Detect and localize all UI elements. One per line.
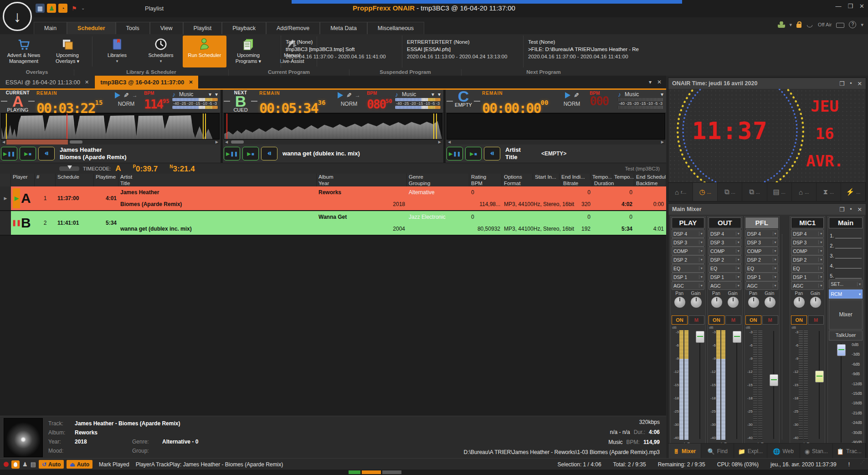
deck-b-channel-select[interactable]: ♪ Music ▾ ▾ — [395, 91, 441, 98]
keyboard-icon[interactable] — [836, 23, 844, 28]
ribbon-tab-addremove[interactable]: Add/Remove — [266, 22, 320, 34]
channel-play-button[interactable]: PLAY — [672, 217, 704, 228]
column-header[interactable]: Options — [502, 174, 533, 180]
column-header[interactable]: Grouping — [407, 180, 469, 186]
scroll-left-icon[interactable]: ◀ — [224, 140, 229, 144]
deck-c-channel-select[interactable]: ♪ Music ▾ — [618, 91, 663, 98]
column-header[interactable]: Player — [11, 174, 35, 180]
ribbon-tab-view[interactable]: View — [150, 22, 183, 34]
deck-b-scrollbar[interactable]: ◀ ▶ — [224, 139, 442, 145]
gain-knob[interactable] — [765, 297, 776, 308]
app-logo-icon[interactable]: ↓ — [3, 2, 32, 31]
dsp-button[interactable]: DSP 3 — [672, 238, 704, 247]
alert-indicator[interactable]: ! — [848, 461, 850, 468]
deck-c-waveform[interactable] — [447, 113, 665, 139]
mark-played-label[interactable]: Mark Played — [99, 461, 129, 468]
main-slot[interactable]: 2. — [829, 239, 863, 248]
chevron-down-icon[interactable]: ▾ — [438, 91, 441, 98]
column-header[interactable]: Bitrate — [561, 180, 592, 186]
pan-knob[interactable] — [674, 297, 685, 308]
main-slot[interactable]: 3. — [829, 249, 863, 258]
advert-news-management-button[interactable]: Advert & News Management — [2, 36, 46, 67]
ribbon-tab-scheduler[interactable]: Scheduler — [67, 22, 115, 34]
dsp-button[interactable]: DSP 1 — [709, 273, 741, 281]
chevron-down-icon[interactable]: ▾ — [215, 91, 218, 98]
column-header[interactable]: Backtime — [634, 180, 666, 186]
on-button[interactable]: ON — [672, 315, 688, 325]
column-header[interactable]: Year — [317, 180, 407, 186]
column-header[interactable]: Start In... — [533, 174, 560, 180]
dsp-button[interactable]: EQ — [709, 264, 741, 273]
play-icon[interactable] — [338, 92, 343, 98]
mute-button[interactable]: M — [725, 315, 741, 325]
column-header[interactable] — [56, 180, 94, 186]
on-button[interactable]: ON — [709, 315, 724, 325]
user-icon[interactable] — [778, 21, 785, 28]
building-icon[interactable]: ▦ — [36, 4, 45, 13]
dsp-button[interactable]: DSP 3 — [791, 238, 824, 247]
dsp-button[interactable]: EQ — [745, 264, 778, 273]
maximize-icon[interactable]: ❒ — [839, 206, 844, 213]
auto-fade-toggle[interactable]: ↺Auto — [39, 460, 64, 469]
pan-knob[interactable] — [711, 297, 722, 308]
column-header[interactable]: # — [35, 174, 56, 180]
ribbon-tab-playlist[interactable]: Playlist — [183, 22, 222, 34]
ribbon-tab-miscellaneous[interactable]: Miscellaneous — [367, 22, 424, 34]
scheduler-person-icon[interactable]: ♟ — [47, 4, 56, 13]
tab-standby[interactable]: ◉Stan... — [800, 444, 833, 459]
dsp-button[interactable]: DSP 2 — [709, 255, 741, 264]
dsp-button[interactable]: COMP — [791, 247, 824, 255]
minimize-button[interactable]: — — [835, 3, 841, 10]
dsp-button[interactable]: DSP 4 — [672, 229, 704, 238]
resize-grip[interactable]: ⋰ — [860, 460, 865, 465]
output-status-icon[interactable]: ▤ — [31, 461, 36, 468]
help-icon[interactable]: ? — [849, 21, 856, 28]
mix-arrow-icon[interactable]: → — [355, 92, 360, 98]
tab-web[interactable]: 🌐Web — [767, 444, 800, 459]
dsp-button[interactable]: AGC — [745, 281, 778, 290]
playlist-tab-essai[interactable]: ESSAI @ 16-04-20 11:13:00 ✕ — [0, 76, 95, 88]
column-header[interactable]: BPM — [469, 180, 502, 186]
channel-pfl-button[interactable]: PFL — [745, 217, 778, 228]
dsp-button[interactable]: AGC — [791, 281, 824, 290]
tab-find[interactable]: 🔍Find — [701, 444, 734, 459]
channel-fader[interactable] — [815, 371, 824, 382]
dsp-button[interactable]: DSP 4 — [709, 229, 741, 238]
tab-home[interactable]: ⌂r... — [668, 183, 693, 201]
channel-mic1-button[interactable]: MIC1 — [791, 217, 824, 228]
table-row[interactable]: ▶ ▶A 1 11:37:00 4:01 James Heather Rewor… — [0, 186, 666, 211]
ribbon-tab-main[interactable]: Main — [34, 22, 67, 34]
column-header[interactable] — [0, 180, 11, 186]
dsp-button[interactable]: DSP 3 — [745, 238, 778, 247]
dsp-button[interactable]: DSP 4 — [745, 229, 778, 238]
mute-button[interactable]: M — [762, 315, 778, 325]
flag-icon[interactable]: ⚑ — [70, 4, 79, 13]
dsp-button[interactable]: DSP 1 — [672, 273, 704, 281]
play-stop-button[interactable]: ▶■ — [20, 147, 36, 160]
mic-status-icon[interactable]: ♟ — [22, 461, 28, 468]
chevron-down-icon[interactable]: ▾ — [661, 91, 663, 98]
deck-a-channel-select[interactable]: ♪ Music ▾ ▾ — [172, 91, 218, 98]
deck-c-scrollbar[interactable]: ◀ ▶ — [447, 139, 665, 145]
column-header[interactable]: Playtime — [94, 174, 118, 180]
ribbon-tab-playback[interactable]: Playback — [222, 22, 266, 34]
play-pause-button[interactable]: ▶❚❚ — [1, 147, 17, 160]
dsp-button[interactable]: COMP — [745, 247, 778, 255]
dsp-button[interactable]: DSP 1 — [791, 273, 824, 281]
play-stop-button[interactable]: ▶■ — [465, 147, 482, 160]
close-icon[interactable]: ✕ — [189, 79, 193, 85]
tab-hourglass[interactable]: ⧗... — [817, 183, 841, 201]
clock-icon[interactable]: ◔ — [58, 4, 67, 13]
column-header[interactable] — [94, 180, 118, 186]
column-header[interactable]: End Indi... — [560, 174, 591, 180]
dsp-button[interactable]: DSP 2 — [672, 255, 704, 264]
column-header[interactable]: Artist — [118, 174, 317, 180]
column-header[interactable]: Schedule — [56, 174, 94, 180]
scroll-thumb[interactable] — [231, 140, 244, 144]
edit-icon[interactable]: ✎ — [574, 92, 579, 99]
column-header[interactable]: Format — [502, 180, 561, 186]
tab-remote[interactable]: ⌂... — [792, 183, 817, 201]
gain-knob[interactable] — [810, 297, 821, 308]
column-header[interactable] — [11, 180, 35, 186]
timecode-slider[interactable] — [59, 166, 79, 171]
